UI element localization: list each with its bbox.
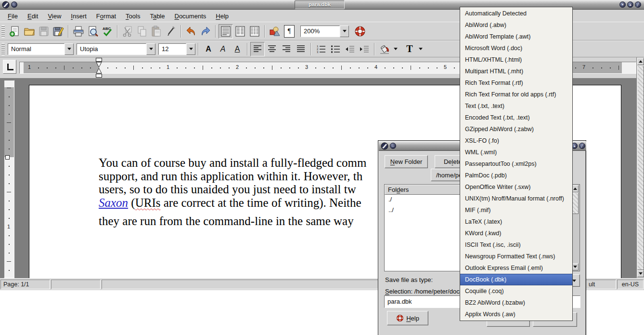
scroll-up-button[interactable] [637, 58, 644, 65]
view-one-column-button[interactable] [219, 24, 233, 39]
menu-documents[interactable]: Documents [170, 11, 211, 21]
format-option[interactable]: Applix Words (.aw) [460, 308, 572, 320]
format-option[interactable]: UNIX(tm) Nroff/Manual format (.nroff) [460, 193, 572, 204]
dialog-help-button[interactable]: Help [387, 311, 428, 325]
document-text-line[interactable]: support, and run this application within… [99, 170, 362, 183]
background-color-dropdown-arrow[interactable] [392, 42, 399, 56]
paste-button[interactable] [149, 24, 164, 39]
format-option[interactable]: DocBook (.dbk) [460, 274, 572, 285]
format-option[interactable]: HTML/XHTML (.html) [460, 54, 572, 66]
close-button[interactable]: ╱ [635, 1, 641, 8]
print-button[interactable] [71, 24, 86, 39]
format-option[interactable]: Multipart HTML (.mht) [460, 66, 572, 77]
font-dropdown-arrow[interactable] [146, 43, 155, 55]
open-file-button[interactable] [22, 24, 37, 39]
font-color-button[interactable]: T [402, 42, 417, 56]
underline-button[interactable]: A [230, 42, 245, 56]
dialog-close-button[interactable]: ╱ [579, 143, 585, 149]
top-margin-marker[interactable] [5, 155, 10, 160]
menu-file[interactable]: File [3, 11, 23, 21]
italic-button[interactable]: A [216, 42, 230, 56]
format-option[interactable]: ISCII Text (.isc, .iscii) [460, 239, 572, 251]
zoom-dropdown-arrow[interactable] [340, 26, 349, 37]
toolbar-handle[interactable] [1, 25, 5, 38]
align-right-button[interactable] [279, 42, 294, 56]
format-option[interactable]: MIF (.mif) [460, 204, 572, 216]
menu-edit[interactable]: Edit [23, 11, 43, 21]
align-center-button[interactable] [265, 42, 279, 56]
new-document-button[interactable] [8, 24, 22, 39]
numbered-list-button[interactable]: 123 [314, 42, 328, 56]
view-two-column-button[interactable] [233, 24, 247, 39]
format-option[interactable]: XSL-FO (.fo) [460, 135, 572, 147]
format-option[interactable]: BZ2 AbiWord (.bzabw) [460, 297, 572, 308]
print-preview-button[interactable] [86, 24, 100, 39]
save-button[interactable] [37, 24, 51, 39]
style-dropdown-arrow[interactable] [64, 43, 74, 55]
scrollbar-thumb[interactable] [637, 66, 644, 270]
format-option[interactable]: AbiWord Template (.awt) [460, 31, 572, 42]
increase-indent-button[interactable] [357, 42, 372, 56]
format-option[interactable]: Rich Text Format for old apps (.rtf) [460, 89, 572, 100]
document-text-line[interactable]: users, so to do this unaided you just ne… [99, 183, 356, 196]
document-text-line[interactable]: Saxon (URIs are correct at the time of w… [99, 196, 361, 210]
font-color-dropdown-arrow[interactable] [417, 42, 425, 56]
save-as-button[interactable] [51, 24, 65, 39]
format-option[interactable]: OpenOffice Writer (.sxw) [460, 181, 572, 193]
format-option[interactable]: AbiWord (.abw) [460, 19, 572, 31]
vertical-ruler[interactable]: 1 [4, 80, 14, 278]
undo-button[interactable] [184, 24, 198, 39]
show-paragraphs-button[interactable]: ¶ [282, 24, 296, 39]
spellcheck-button[interactable]: ABC [100, 24, 115, 39]
format-option[interactable]: Newsgroup Formatted Text (.nws) [460, 251, 572, 262]
stylus-button[interactable] [164, 24, 178, 39]
language-indicator[interactable]: en-US [617, 280, 644, 289]
format-option[interactable]: Automatically Detected [460, 8, 572, 19]
left-indent-marker[interactable] [96, 62, 102, 74]
copy-button[interactable] [135, 24, 149, 39]
font-size-dropdown-arrow[interactable] [186, 43, 195, 55]
maximize-button[interactable]: ▴ [627, 1, 633, 8]
redo-button[interactable] [198, 24, 213, 39]
format-option[interactable]: PassepartoutToo (.xml2ps) [460, 158, 572, 170]
vertical-scrollbar[interactable] [636, 57, 644, 278]
format-option[interactable]: Encoded Text (.txt, .text) [460, 112, 572, 123]
document-text-line[interactable]: they are run from the command-line in th… [99, 214, 354, 228]
menu-help[interactable]: Help [211, 11, 233, 21]
help-button[interactable] [353, 24, 367, 39]
tab-selector-button[interactable] [3, 60, 16, 74]
misspelled-word[interactable]: URIs [135, 196, 161, 209]
menu-table[interactable]: Table [145, 11, 169, 21]
format-option[interactable]: LaTeX (.latex) [460, 216, 572, 228]
bulleted-list-button[interactable] [328, 42, 343, 56]
format-option[interactable]: GZipped AbiWord (.zabw) [460, 123, 572, 135]
style-combobox[interactable]: Normal [8, 43, 74, 55]
format-option[interactable]: Rich Text Format (.rtf) [460, 77, 572, 89]
bold-button[interactable]: A [201, 42, 216, 56]
dialog-window-menu-button[interactable]: – [390, 143, 396, 149]
format-option[interactable]: PalmDoc (.pdb) [460, 170, 572, 181]
insert-graphic-button[interactable] [268, 24, 282, 39]
menu-format[interactable]: Format [91, 11, 121, 21]
menu-insert[interactable]: Insert [66, 11, 91, 21]
document-text-line[interactable]: You can of course buy and install a full… [99, 156, 366, 170]
format-option[interactable]: Text (.txt, .text) [460, 100, 572, 112]
font-size-combobox[interactable]: 12 [158, 43, 195, 55]
right-indent-marker[interactable] [96, 74, 102, 78]
format-option[interactable]: KWord (.kwd) [460, 228, 572, 239]
folders-scroll-up-button[interactable] [572, 185, 579, 192]
menu-tools[interactable]: Tools [121, 11, 145, 21]
font-combobox[interactable]: Utopia [77, 43, 155, 55]
format-option[interactable]: Microsoft Word (.doc) [460, 42, 572, 54]
background-color-button[interactable] [377, 42, 392, 56]
first-line-indent-marker[interactable] [96, 58, 102, 62]
window-menu-button[interactable]: – [11, 1, 17, 8]
minimize-button[interactable]: ▾ [619, 1, 626, 8]
folders-scroll-down-button[interactable] [572, 263, 579, 270]
new-folder-button[interactable]: New Folder [385, 155, 428, 168]
zoom-combobox[interactable]: 200% [300, 26, 349, 37]
folders-scrollbar-thumb[interactable] [572, 192, 579, 214]
toolbar-handle[interactable] [1, 43, 5, 55]
menu-view[interactable]: View [43, 11, 66, 21]
format-option[interactable]: Coquille (.coq) [460, 285, 572, 297]
